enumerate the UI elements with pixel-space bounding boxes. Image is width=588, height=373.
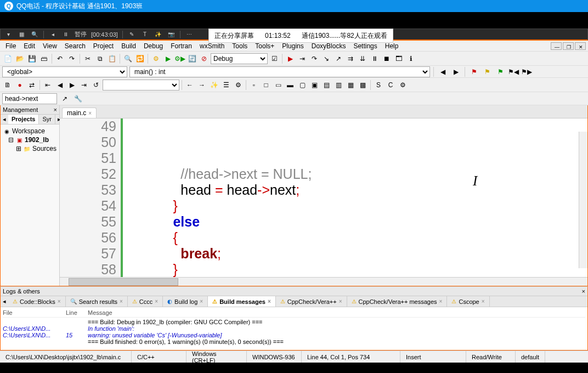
close-icon[interactable]: × <box>439 298 443 304</box>
scope-func-select[interactable]: main() : int <box>129 66 430 77</box>
build-target-select[interactable]: Debug <box>211 53 268 64</box>
flag-green-icon[interactable]: ⚑ <box>495 66 506 77</box>
nav-fwd-icon[interactable]: ▶ <box>66 80 77 91</box>
doxy3-icon[interactable]: ▭ <box>273 80 284 91</box>
logs-close-icon[interactable]: × <box>582 288 585 295</box>
menu-project[interactable]: Project <box>90 41 117 51</box>
scrollbar-thumb[interactable] <box>69 278 178 286</box>
rec-more-icon[interactable]: ⋯ <box>185 30 194 39</box>
vertical-scrollbar[interactable] <box>579 132 587 268</box>
code-line[interactable]: break; <box>135 246 587 262</box>
fortran-gear-icon[interactable]: ⚙ <box>397 80 408 91</box>
last-jump-icon[interactable]: ↺ <box>91 80 101 91</box>
fold-gutter[interactable] <box>123 118 133 277</box>
menu-view[interactable]: View <box>39 41 60 51</box>
menu-search[interactable]: Search <box>61 41 89 51</box>
rec-grid-icon[interactable]: ▦ <box>17 30 26 39</box>
open-file-icon[interactable]: 📂 <box>14 53 25 64</box>
code-line[interactable]: { <box>135 230 587 246</box>
doxy10-icon[interactable]: ▩ <box>357 80 368 91</box>
rec-wand-icon[interactable]: ✨ <box>154 30 162 39</box>
undo-icon[interactable]: ↶ <box>54 53 65 64</box>
expand-icon[interactable]: ⊞ <box>16 145 21 152</box>
build-run-icon[interactable]: ⚙▶ <box>174 53 185 64</box>
break-icon[interactable]: ⏸ <box>369 53 380 64</box>
close-icon[interactable]: × <box>200 298 203 304</box>
watch-go-icon[interactable]: ↗ <box>59 93 70 104</box>
log-tab-cccc[interactable]: ⚠Cccc× <box>128 296 163 307</box>
log-tab-buildlog[interactable]: ◐Build log× <box>163 296 208 307</box>
mgmt-nav-left-icon[interactable]: ◂ <box>1 115 8 124</box>
menu-debug[interactable]: Debug <box>140 41 166 51</box>
paste-icon[interactable]: 📋 <box>106 53 117 64</box>
info-icon[interactable]: ℹ <box>405 53 416 64</box>
close-icon[interactable]: × <box>120 298 123 304</box>
rebuild-icon[interactable]: 🔄 <box>186 53 197 64</box>
doxy2-icon[interactable]: □ <box>261 80 272 91</box>
maximize-button[interactable]: ❐ <box>563 42 574 50</box>
build-icon[interactable]: ⚙ <box>150 53 161 64</box>
step-into-icon[interactable]: ↘ <box>321 53 332 64</box>
doxy6-icon[interactable]: ▣ <box>309 80 320 91</box>
code-line[interactable]: } <box>135 198 587 214</box>
abort-icon[interactable]: ⊘ <box>199 53 210 64</box>
logs-nav-left-icon[interactable]: ◂ <box>1 296 8 307</box>
next-instr-icon[interactable]: ⇉ <box>345 53 356 64</box>
toggle-source-icon[interactable]: 🗎 <box>2 80 13 91</box>
menu-fortran[interactable]: Fortran <box>167 41 195 51</box>
log-tab-buildmsg[interactable]: ⚠Build messages× <box>208 296 276 307</box>
project-tree[interactable]: ◉ Workspace ⊟ ▣ 1902_lb ⊞ 📁 Sources <box>1 125 59 155</box>
doxy9-icon[interactable]: ▦ <box>345 80 356 91</box>
file-tab-close-icon[interactable]: × <box>88 110 92 116</box>
horizontal-scrollbar[interactable] <box>60 277 587 286</box>
breakpoint-icon[interactable]: ● <box>14 80 25 91</box>
rec-edit-icon[interactable]: ✎ <box>127 30 136 39</box>
jump-fwd-icon[interactable]: ⇥ <box>78 80 89 91</box>
fortran-c-icon[interactable]: C <box>385 80 396 91</box>
tab-projects[interactable]: Projects <box>8 115 39 124</box>
nav-back-icon[interactable]: ◀ <box>54 80 65 91</box>
target-props-icon[interactable]: ☑ <box>269 53 280 64</box>
flag-next-icon[interactable]: ⚑▶ <box>521 66 532 77</box>
watch-input[interactable] <box>2 93 57 104</box>
save-icon[interactable]: 💾 <box>26 53 37 64</box>
doxy8-icon[interactable]: ▥ <box>333 80 344 91</box>
new-file-icon[interactable]: 📄 <box>2 53 13 64</box>
highlight-icon[interactable]: ✨ <box>208 80 219 91</box>
flag-yellow-icon[interactable]: ⚑ <box>482 66 493 77</box>
rec-pause-icon[interactable]: ⏸ <box>61 30 70 39</box>
arrow-right-icon[interactable]: → <box>196 80 207 91</box>
code-content[interactable]: I //head->next = NULL; head = head->next… <box>133 118 587 277</box>
log-tab-search[interactable]: 🔍Search results× <box>66 296 128 307</box>
replace-icon[interactable]: 🔁 <box>134 53 145 64</box>
code-line[interactable]: head = head->next; <box>135 182 587 198</box>
bookmark-prev-icon[interactable]: ◀ <box>437 66 448 77</box>
debug-run-icon[interactable]: ▶ <box>285 53 296 64</box>
next-line-icon[interactable]: ↷ <box>309 53 320 64</box>
code-editor[interactable]: 49505152535455565758 I //head->next = NU… <box>60 118 587 277</box>
save-all-icon[interactable]: 🗃 <box>38 53 49 64</box>
options-icon[interactable]: ⚙ <box>233 80 244 91</box>
doxy5-icon[interactable]: ▢ <box>297 80 308 91</box>
tab-symbols[interactable]: Syr <box>39 115 55 124</box>
close-icon[interactable]: × <box>268 298 271 304</box>
log-tab-cppcheckmsg[interactable]: ⚠CppCheck/Vera++ messages× <box>347 296 448 307</box>
log-row[interactable]: === Build: Debug in 1902_lb (compiler: G… <box>3 319 585 325</box>
code-line[interactable]: else <box>135 214 587 230</box>
menu-edit[interactable]: Edit <box>20 41 38 51</box>
tree-sources[interactable]: ⊞ 📁 Sources <box>3 144 57 153</box>
code-line[interactable]: //head->next = NULL; <box>135 166 587 182</box>
diff-icon[interactable]: ⇄ <box>26 80 37 91</box>
copy-icon[interactable]: ⧉ <box>94 53 105 64</box>
tree-workspace[interactable]: ◉ Workspace <box>3 127 57 135</box>
rec-text-icon[interactable]: T <box>140 30 149 39</box>
bookmark-next-icon[interactable]: ▶ <box>450 66 461 77</box>
log-tab-codeblocks[interactable]: ⚠Code::Blocks× <box>8 296 66 307</box>
flag-red-icon[interactable]: ⚑ <box>468 66 479 77</box>
rec-dropdown-icon[interactable]: ▾ <box>4 30 13 39</box>
jump-back-icon[interactable]: ⇤ <box>42 80 53 91</box>
mgmt-close-icon[interactable]: × <box>54 106 57 113</box>
code-line[interactable]: } <box>135 262 587 277</box>
run-icon[interactable]: ▶ <box>162 53 173 64</box>
rec-camera-icon[interactable]: 📷 <box>167 30 176 39</box>
